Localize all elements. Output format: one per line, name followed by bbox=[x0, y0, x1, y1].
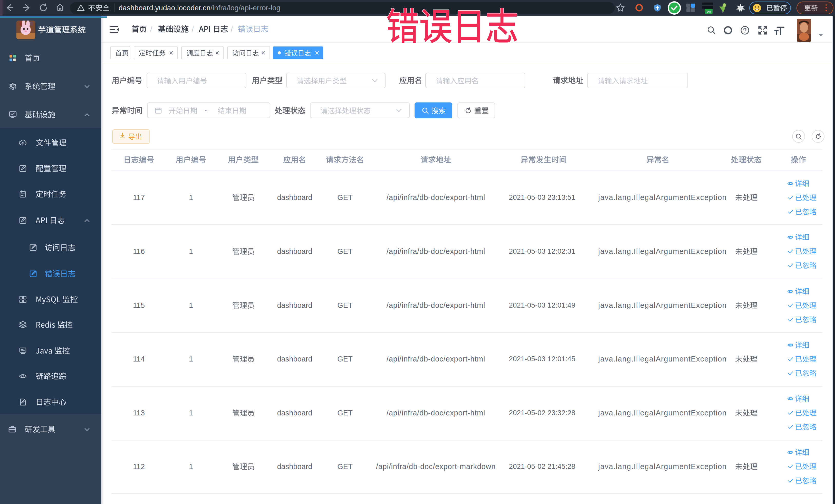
svg-text:on: on bbox=[707, 9, 711, 13]
